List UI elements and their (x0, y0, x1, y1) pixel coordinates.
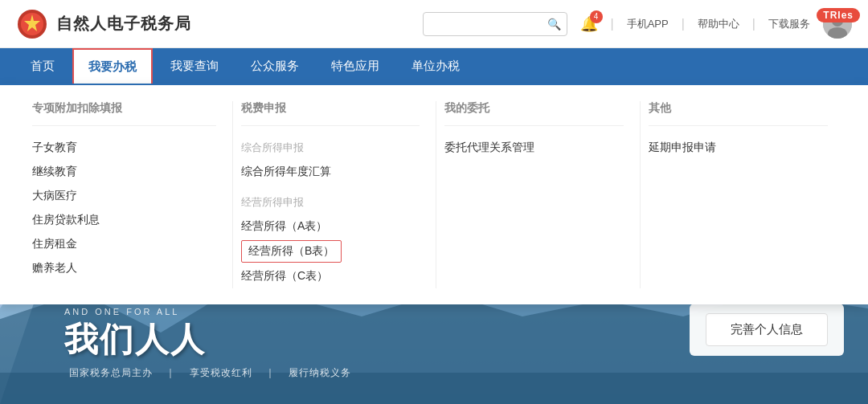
dropdown-item-comprehensive[interactable]: 综合所得申报 (241, 136, 420, 160)
dropdown-item-delay[interactable]: 延期申报申请 (649, 136, 828, 160)
search-input[interactable] (423, 12, 567, 36)
notification-badge: 4 (590, 10, 603, 23)
dropdown-section-tax: 税费申报 综合所得申报 综合所得年度汇算 经营所得申报 经营所得（A表） 经营所… (233, 101, 436, 288)
section-title-special: 专项附加扣除填报 (32, 101, 216, 126)
subtitle-divider-1: ｜ (166, 367, 179, 378)
hero-subtitle: 国家税务总局主办 ｜ 享受税改红利 ｜ 履行纳税义务 (64, 366, 356, 380)
subtitle-item-3: 履行纳税义务 (289, 367, 351, 378)
nav-item-special[interactable]: 特色应用 (317, 48, 394, 84)
logo-area: 自然人电子税务局 (16, 8, 423, 40)
divider-3: | (752, 17, 755, 31)
divider-2: | (682, 17, 685, 31)
dropdown-item-business-income-header[interactable]: 经营所得申报 (241, 190, 420, 214)
dropdown-section-special: 专项附加扣除填报 子女教育 继续教育 大病医疗 住房贷款利息 住房租金 赡养老人 (24, 101, 233, 288)
dropdown-item-business-b[interactable]: 经营所得（B表） (241, 240, 342, 263)
nav-item-unit[interactable]: 单位办税 (397, 48, 474, 84)
dropdown-item-business-c[interactable]: 经营所得（C表） (241, 264, 420, 288)
divider-1: | (611, 17, 614, 31)
hero-card: 完善个人信息 (690, 304, 844, 356)
header: 自然人电子税务局 🔍 🔔 4 | 手机APP | 帮助中心 | 下载服务 TRI… (0, 0, 868, 48)
search-icon[interactable]: 🔍 (547, 18, 561, 31)
dropdown-item-elderly[interactable]: 赡养老人 (32, 256, 216, 280)
navbar: 首页 我要办税 我要查询 公众服务 特色应用 单位办税 (0, 48, 868, 84)
complete-info-button[interactable]: 完善个人信息 (706, 313, 828, 346)
tries-badge: TRIes (817, 8, 860, 22)
download-link[interactable]: 下载服务 (768, 17, 810, 31)
subtitle-divider-2: ｜ (265, 367, 279, 378)
nav-item-query[interactable]: 我要查询 (156, 48, 233, 84)
subtitle-item-2: 享受税改红利 (190, 367, 252, 378)
dropdown-item-housing-loan[interactable]: 住房贷款利息 (32, 208, 216, 232)
mobile-app-link[interactable]: 手机APP (627, 17, 669, 31)
dropdown-item-child-edu[interactable]: 子女教育 (32, 136, 216, 160)
logo-icon (16, 8, 48, 40)
nav-item-home[interactable]: 首页 (16, 48, 69, 84)
dropdown-menu: 专项附加扣除填报 子女教育 继续教育 大病医疗 住房贷款利息 住房租金 赡养老人… (0, 84, 868, 304)
nav-item-taxes[interactable]: 我要办税 (72, 48, 153, 84)
dropdown-item-business-a[interactable]: 经营所得（A表） (241, 214, 420, 239)
help-center-link[interactable]: 帮助中心 (698, 17, 739, 31)
notification-bell[interactable]: 🔔 4 (580, 15, 598, 33)
hero-chinese-text: 我们人人 (64, 321, 206, 358)
dropdown-grid: 专项附加扣除填报 子女教育 继续教育 大病医疗 住房贷款利息 住房租金 赡养老人… (24, 101, 844, 288)
section-title-entrust: 我的委托 (444, 101, 623, 126)
header-right: 🔍 🔔 4 | 手机APP | 帮助中心 | 下载服务 TRIes (423, 10, 852, 39)
dropdown-item-illness[interactable]: 大病医疗 (32, 184, 216, 208)
dropdown-item-annual-settlement[interactable]: 综合所得年度汇算 (241, 160, 420, 184)
logo-text: 自然人电子税务局 (56, 13, 191, 35)
hero-big-text: 我们人人 (64, 320, 356, 360)
hero-text-block: ALL FOR ONE AND ONE FOR ALL 我们人人 国家税务总局主… (64, 294, 356, 380)
dropdown-item-continue-edu[interactable]: 继续教育 (32, 160, 216, 184)
dropdown-section-entrust: 我的委托 委托代理关系管理 (436, 101, 640, 288)
nav-item-public[interactable]: 公众服务 (236, 48, 313, 84)
dropdown-section-other: 其他 延期申报申请 (641, 101, 844, 288)
section-title-tax: 税费申报 (241, 101, 420, 126)
hero-slogan-line2: AND ONE FOR ALL (64, 307, 356, 316)
section-title-other: 其他 (649, 101, 828, 126)
subtitle-item-1: 国家税务总局主办 (69, 367, 153, 378)
dropdown-item-housing-rent[interactable]: 住房租金 (32, 232, 216, 256)
dropdown-item-entrust-manage[interactable]: 委托代理关系管理 (444, 136, 623, 160)
navbar-wrapper: 首页 我要办税 我要查询 公众服务 特色应用 单位办税 专项附加扣除填报 子女教… (0, 48, 868, 84)
search-container: 🔍 (423, 12, 567, 36)
